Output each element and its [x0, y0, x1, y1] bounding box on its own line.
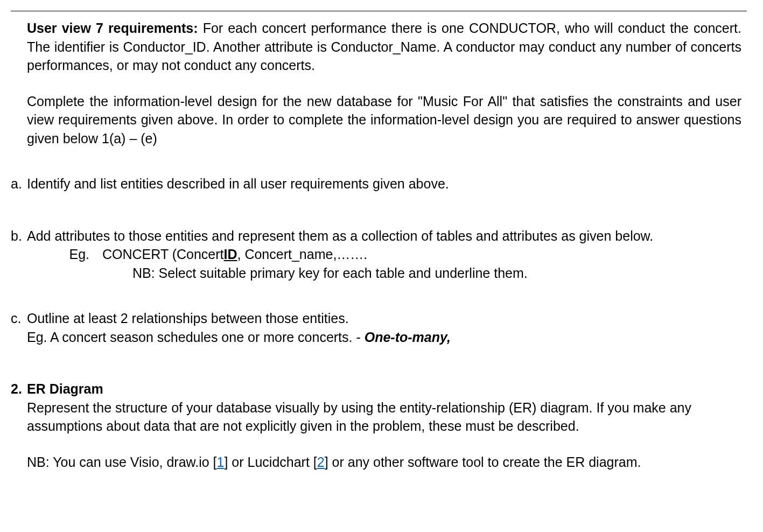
question-b-example: Eg. CONCERT (ConcertID, Concert_name,…….: [27, 245, 741, 264]
question-c-example: Eg. A concert season schedules one or mo…: [27, 330, 451, 345]
intro-paragraph-1: User view 7 requirements: For each conce…: [27, 19, 747, 75]
reference-link-2[interactable]: 2: [317, 454, 325, 470]
marker-c: c.: [11, 309, 27, 328]
marker-b: b.: [11, 227, 27, 246]
question-2: 2. ER Diagram Represent the structure of…: [11, 380, 747, 471]
question-2-text: Represent the structure of your database…: [27, 400, 691, 434]
eg-content: CONCERT (ConcertID, Concert_name,…….: [102, 245, 367, 264]
question-a-text: Identify and list entities described in …: [27, 174, 747, 193]
user-view-heading: User view 7 requirements:: [27, 20, 198, 36]
marker-a: a.: [11, 174, 27, 193]
eg-label: Eg.: [27, 245, 102, 264]
page: User view 7 requirements: For each conce…: [0, 0, 763, 532]
question-c-text: Outline at least 2 relationships between…: [27, 311, 349, 326]
marker-2: 2.: [11, 380, 27, 398]
reference-link-1[interactable]: 1: [217, 454, 225, 470]
question-b-note: NB: Select suitable primary key for each…: [27, 264, 741, 283]
question-c-content: Outline at least 2 relationships between…: [27, 309, 747, 346]
relationship-type: One-to-many,: [365, 330, 451, 345]
question-b-text: Add attributes to those entities and rep…: [27, 228, 653, 243]
er-diagram-heading: ER Diagram: [27, 381, 103, 396]
question-b-content: Add attributes to those entities and rep…: [27, 227, 747, 283]
horizontal-rule: [11, 11, 747, 11]
intro-paragraph-2: Complete the information-level design fo…: [27, 92, 747, 148]
question-2-note: NB: You can use Visio, draw.io [1] or Lu…: [27, 454, 641, 470]
question-c: c. Outline at least 2 relationships betw…: [11, 309, 747, 346]
question-a: a. Identify and list entities described …: [11, 174, 747, 193]
question-b: b. Add attributes to those entities and …: [11, 227, 747, 283]
primary-key-underline: ID: [224, 247, 237, 262]
question-2-content: ER Diagram Represent the structure of yo…: [27, 380, 747, 471]
